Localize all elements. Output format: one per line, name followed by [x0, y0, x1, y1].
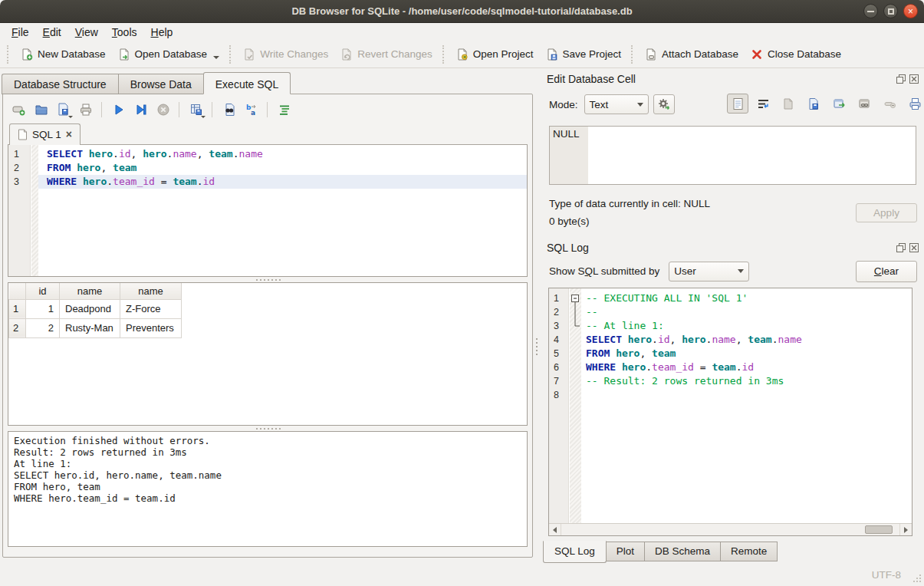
import-cell-data-button[interactable] [778, 94, 799, 114]
print-sql-button[interactable] [76, 100, 96, 120]
token-p [616, 361, 622, 373]
set-null-button[interactable] [879, 94, 900, 114]
sql1-tab[interactable]: SQL 1 × [9, 123, 81, 145]
menu-tools[interactable]: Tools [105, 24, 144, 41]
save-results-button[interactable] [186, 100, 206, 120]
scrollbar-thumb[interactable] [865, 525, 893, 534]
open-in-external-button[interactable] [828, 94, 850, 114]
cell-hero-name[interactable]: Deadpond [60, 299, 120, 318]
save-project-button[interactable]: Save Project [540, 44, 628, 64]
execute-current-line-button[interactable] [131, 100, 151, 120]
print-cell-button[interactable] [904, 94, 924, 114]
scroll-left-button[interactable] [549, 524, 561, 535]
open-project-button[interactable]: Open Project [450, 44, 540, 64]
close-database-button[interactable]: Close Database [745, 44, 847, 64]
code-line[interactable]: FROM hero, team [38, 161, 527, 175]
menu-edit[interactable]: Edit [36, 24, 68, 41]
printer-icon [909, 97, 922, 110]
app-window: DB Browser for SQLite - /home/user/code/… [0, 0, 924, 586]
dock-float-button[interactable] [896, 243, 906, 253]
token-col: team_id [652, 361, 694, 373]
open-database-dropdown-caret[interactable] [213, 56, 219, 59]
save-sql-file-button[interactable] [54, 100, 74, 120]
fold-marker-collapse[interactable] [569, 291, 581, 305]
editor-line[interactable]: 3 WHERE hero.team_id = team.id [8, 175, 527, 189]
sql-editor[interactable]: 1 SELECT hero.id, hero.name, team.name 2… [8, 145, 528, 277]
minimize-button[interactable] [863, 4, 878, 18]
cell-value-editor[interactable]: NULL [549, 126, 916, 185]
execute-all-button[interactable] [109, 100, 129, 120]
find-button[interactable] [219, 100, 239, 120]
word-wrap-toggle[interactable] [752, 94, 774, 114]
column-header-id[interactable]: id [26, 283, 60, 299]
horizontal-splitter[interactable] [8, 426, 528, 431]
tab-db-schema[interactable]: DB Schema [645, 542, 721, 561]
sql-file-icon [18, 129, 28, 140]
export-cell-data-button[interactable] [803, 94, 824, 114]
token-kw: SELECT [47, 148, 83, 160]
write-changes-button[interactable]: Write Changes [237, 44, 334, 64]
maximize-button[interactable] [883, 4, 898, 18]
show-sql-label: Show SQL submitted by [549, 265, 659, 277]
new-sql-tab-button[interactable] [9, 100, 29, 120]
scroll-right-button[interactable] [899, 524, 912, 535]
open-database-button[interactable]: Open Database [112, 44, 226, 64]
token-p: , [131, 148, 143, 160]
scroll-right-icon [904, 527, 908, 533]
corner-header[interactable] [9, 283, 26, 299]
tab-execute-sql[interactable]: Execute SQL [203, 72, 291, 94]
tab-browse-data[interactable]: Browse Data [118, 74, 203, 94]
dock-close-button[interactable] [909, 74, 919, 84]
log-line: 1 -- EXECUTING ALL IN 'SQL 1' [549, 291, 912, 305]
line-number: 3 [8, 175, 38, 189]
execution-message-log[interactable]: Execution finished without errors. Resul… [8, 431, 528, 547]
close-button[interactable]: × [903, 4, 918, 18]
menu-file[interactable]: File [5, 24, 36, 41]
sql1-tab-close-icon[interactable]: × [66, 128, 72, 140]
horizontal-scrollbar[interactable] [549, 523, 912, 535]
cell-id[interactable]: 1 [26, 299, 60, 318]
resize-grip[interactable] [913, 574, 921, 582]
apply-format-button[interactable] [653, 94, 675, 114]
column-header-name2[interactable]: name [120, 283, 182, 299]
attach-database-button[interactable]: Attach Database [639, 44, 745, 64]
tab-remote[interactable]: Remote [721, 542, 778, 561]
find-replace-button[interactable]: ba [242, 100, 261, 120]
cell-team-name[interactable]: Z-Force [120, 299, 182, 318]
tab-database-structure[interactable]: Database Structure [2, 74, 118, 94]
vertical-splitter[interactable] [534, 68, 540, 564]
revert-changes-icon [340, 48, 353, 61]
sql-log-view[interactable]: 1 -- EXECUTING ALL IN 'SQL 1' 2 -- 3 -- … [548, 288, 912, 536]
dock-float-button[interactable] [896, 74, 906, 84]
revert-changes-button[interactable]: Revert Changes [334, 44, 439, 64]
cell-id[interactable]: 2 [26, 318, 60, 337]
text-mode-toggle[interactable] [727, 94, 748, 114]
menu-help[interactable]: Help [144, 24, 180, 41]
editor-line[interactable]: 1 SELECT hero.id, hero.name, team.name [8, 147, 527, 161]
row-header[interactable]: 1 [9, 299, 26, 318]
clear-log-button[interactable]: Clear [856, 261, 917, 282]
tab-plot[interactable]: Plot [607, 542, 645, 561]
code-line-current[interactable]: WHERE hero.team_id = team.id [38, 175, 527, 189]
gear-icon [657, 97, 671, 111]
new-database-button[interactable]: New Database [15, 44, 112, 64]
titlebar: DB Browser for SQLite - /home/user/code/… [0, 0, 924, 23]
open-url-button[interactable] [853, 94, 875, 114]
format-sql-button[interactable] [275, 100, 294, 120]
code-line[interactable]: SELECT hero.id, hero.name, team.name [38, 147, 527, 161]
cell-hero-name[interactable]: Rusty-Man [60, 318, 120, 337]
stop-button[interactable] [153, 100, 173, 120]
mode-select[interactable]: Text [584, 94, 649, 114]
sql-toolbar-separator [212, 102, 214, 117]
tab-sql-log[interactable]: SQL Log [543, 541, 607, 563]
cell-team-name[interactable]: Preventers [120, 318, 182, 337]
dock-close-button[interactable] [909, 243, 919, 253]
open-sql-file-button[interactable] [31, 100, 51, 120]
apply-button[interactable]: Apply [856, 203, 917, 222]
editor-line[interactable]: 2 FROM hero, team [8, 161, 527, 175]
row-header[interactable]: 2 [9, 318, 26, 337]
submitted-by-select[interactable]: User [669, 262, 749, 281]
column-header-name1[interactable]: name [60, 283, 120, 299]
menu-view[interactable]: View [68, 24, 105, 41]
horizontal-splitter[interactable] [8, 277, 528, 282]
